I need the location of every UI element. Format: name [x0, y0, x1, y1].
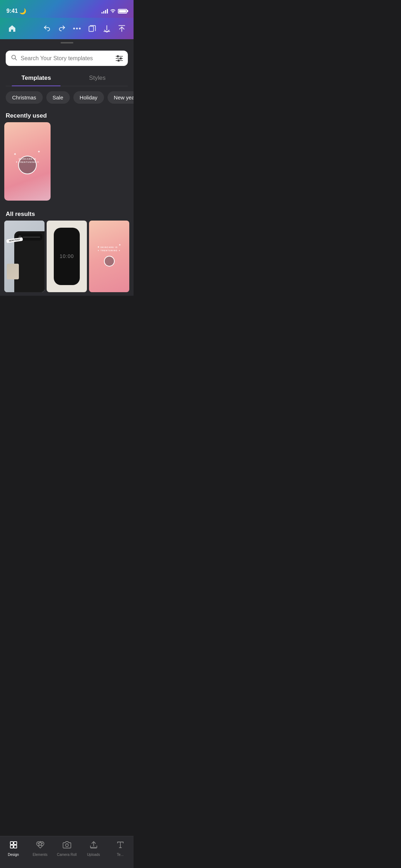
chip-holiday[interactable]: Holiday: [73, 91, 104, 104]
battery-icon: [118, 9, 127, 14]
svg-point-0: [73, 28, 75, 30]
share-button[interactable]: [116, 22, 128, 35]
search-input[interactable]: [21, 55, 112, 62]
recently-used-grid: SKINCARE IS ✦ TRENTUNING ✦ ✦ ✦: [0, 122, 134, 201]
template-grid: NEW POST 10:00 SKINCARE IS✦ TRENTUNING ✦: [0, 221, 134, 292]
svg-point-1: [76, 28, 78, 30]
status-time: 9:41 🌙: [6, 8, 26, 15]
search-icon: [11, 54, 17, 62]
time-bg: 10:00: [47, 221, 87, 292]
newpost-bg: NEW POST: [4, 221, 45, 292]
recently-used-card[interactable]: SKINCARE IS ✦ TRENTUNING ✦ ✦ ✦: [4, 122, 51, 201]
download-button[interactable]: [101, 22, 113, 35]
search-bar[interactable]: [6, 51, 128, 66]
moon-icon: 🌙: [19, 8, 26, 15]
template-card-skincare[interactable]: SKINCARE IS✦ TRENTUNING ✦ ✦ ✦: [89, 221, 129, 292]
signal-bars: [101, 9, 108, 14]
redo-button[interactable]: [56, 22, 68, 35]
status-icons: [101, 9, 127, 14]
skincare-bg: SKINCARE IS✦ TRENTUNING ✦ ✦ ✦: [89, 221, 129, 292]
pink-template: SKINCARE IS ✦ TRENTUNING ✦ ✦ ✦: [4, 122, 51, 201]
tabs: Templates Styles: [6, 70, 128, 86]
search-container: [0, 46, 134, 70]
filter-icon[interactable]: [116, 55, 123, 62]
undo-button[interactable]: [41, 22, 53, 35]
time-display: 9:41: [6, 8, 18, 14]
toolbar: [0, 18, 134, 39]
template-card-time[interactable]: 10:00: [47, 221, 87, 292]
home-button[interactable]: [6, 22, 19, 35]
svg-point-6: [117, 55, 119, 57]
wifi-icon: [110, 9, 116, 14]
pages-button[interactable]: [86, 22, 98, 35]
chip-christmas[interactable]: Christmas: [6, 91, 43, 104]
tab-styles[interactable]: Styles: [67, 70, 128, 86]
sheet-handle: [61, 42, 73, 43]
chip-newyear[interactable]: New year: [108, 91, 134, 104]
star-1: ✦: [14, 152, 16, 156]
chip-sale[interactable]: Sale: [46, 91, 70, 104]
status-bar: 9:41 🌙: [0, 0, 134, 18]
tab-templates[interactable]: Templates: [6, 70, 67, 86]
star-2: ✦: [37, 150, 40, 154]
toolbar-icons: [41, 22, 128, 35]
sheet-handle-area: [0, 39, 134, 46]
time-display-small: 10:00: [59, 253, 74, 259]
phone-frame: 10:00: [54, 228, 80, 285]
more-button[interactable]: [71, 25, 83, 32]
svg-rect-3: [89, 26, 94, 32]
all-results-label: All results: [0, 207, 134, 221]
svg-point-8: [120, 57, 122, 59]
recently-used-label: Recently used: [0, 109, 134, 122]
template-card-newpost[interactable]: NEW POST: [4, 221, 45, 292]
bottom-sheet: Templates Styles Christmas Sale Holiday …: [0, 46, 134, 296]
svg-point-2: [79, 28, 81, 30]
svg-point-10: [118, 60, 120, 61]
chips-scroll: Christmas Sale Holiday New year Winter: [0, 86, 134, 109]
arc-text: SKINCARE IS ✦ TRENTUNING ✦: [10, 158, 45, 163]
